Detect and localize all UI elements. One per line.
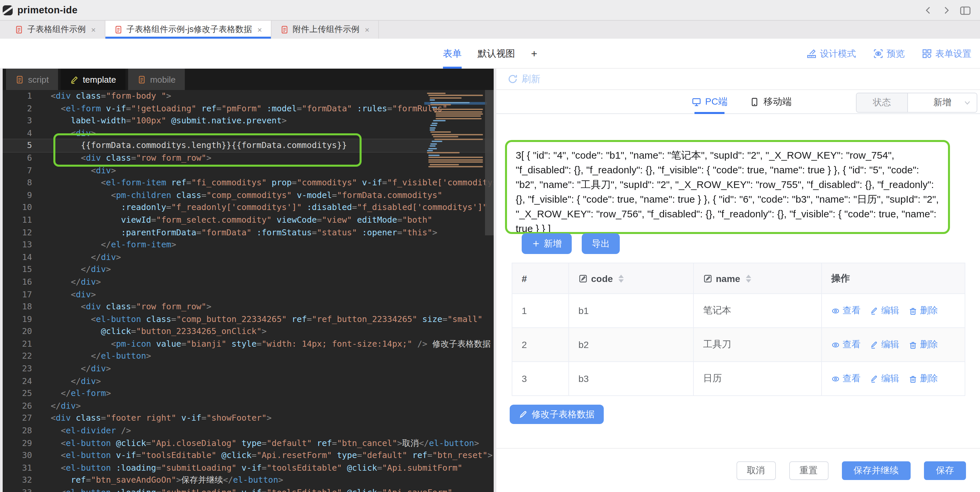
editor-tab-template[interactable]: template bbox=[61, 69, 126, 90]
column-header-name[interactable]: name bbox=[694, 263, 822, 294]
code-line-20: 20 @click="button_22334265_onClick"> bbox=[3, 326, 494, 338]
cell-code: b2 bbox=[569, 328, 694, 362]
row-action-delete[interactable]: 删除 bbox=[908, 305, 938, 317]
monitor-icon bbox=[692, 97, 701, 107]
add-view-button[interactable]: + bbox=[531, 39, 538, 69]
pen-icon bbox=[519, 409, 528, 419]
view-action-1[interactable]: 预览 bbox=[873, 48, 905, 60]
device-tab-0[interactable]: PC端 bbox=[692, 90, 727, 114]
cell-name: 工具刀 bbox=[694, 328, 822, 362]
column-header-code[interactable]: code bbox=[569, 263, 694, 294]
preview-panel: 刷新 PC端移动端 状态 新增 3[ { "id": "4", "code": … bbox=[496, 69, 980, 492]
editor-tab-mobile[interactable]: mobile bbox=[128, 69, 185, 90]
code-line-28: 28 <el-divider /> bbox=[3, 425, 494, 437]
file-tab-bar: 子表格组件示例×子表格组件示例-js修改子表格数据×附件上传组件示例× bbox=[0, 21, 980, 39]
add-row-button[interactable]: 新增 bbox=[522, 233, 572, 254]
view-eye-icon bbox=[831, 340, 840, 349]
delete-trash-icon bbox=[908, 340, 917, 349]
code-line-9: 9 <pm-children class="comp_commoditys" v… bbox=[3, 189, 494, 202]
code-editor-panel: scripttemplatemobile 1<div class="form-b… bbox=[3, 69, 494, 492]
delete-trash-icon bbox=[908, 306, 917, 315]
row-action-view[interactable]: 查看 bbox=[831, 339, 861, 351]
status-select[interactable]: 状态 新增 bbox=[856, 93, 977, 113]
edit-pen-icon bbox=[870, 306, 878, 315]
column-header-操作: 操作 bbox=[822, 263, 965, 294]
file-orange-icon bbox=[137, 75, 146, 84]
code-line-33: 33 <el-button :loading="submitLoading" v… bbox=[3, 487, 494, 492]
table-row-1: 1b1笔记本查看编辑删除 bbox=[512, 294, 965, 328]
design-mode-icon bbox=[807, 49, 816, 59]
code-line-27: 27<div class="footer right" v-if="showFo… bbox=[3, 412, 494, 425]
edit-pen-icon bbox=[870, 375, 878, 383]
view-action-2[interactable]: 表单设置 bbox=[922, 48, 971, 60]
sort-carets[interactable] bbox=[746, 275, 751, 283]
chevron-right-icon[interactable] bbox=[942, 6, 951, 15]
view-action-0[interactable]: 设计模式 bbox=[807, 48, 856, 60]
subtable-toolbar: 新增导出 bbox=[522, 233, 620, 254]
chevron-left-icon[interactable] bbox=[924, 6, 932, 15]
view-eye-icon bbox=[831, 375, 840, 383]
subtable: #codename操作1b1笔记本查看编辑删除2b2工具刀查看编辑删除3b3日历… bbox=[512, 263, 965, 396]
export-button[interactable]: 导出 bbox=[582, 233, 620, 254]
code-line-6: 6 <div class="row form_row"> bbox=[3, 152, 494, 164]
close-icon[interactable]: × bbox=[91, 25, 96, 34]
edit-cell-icon bbox=[703, 274, 713, 283]
row-action-edit[interactable]: 编辑 bbox=[870, 339, 899, 351]
row-action-delete[interactable]: 删除 bbox=[908, 373, 938, 385]
subtable-json-output: 3[ { "id": "4", "code": "b1", "name": "笔… bbox=[505, 140, 950, 234]
code-line-5: 5 {{formData.commoditys.length}}{{formDa… bbox=[3, 140, 494, 152]
plus-icon bbox=[532, 239, 540, 248]
close-icon[interactable]: × bbox=[257, 25, 262, 34]
cell-actions: 查看编辑删除 bbox=[822, 362, 965, 396]
phone-icon bbox=[750, 97, 759, 107]
code-line-24: 24 </div> bbox=[3, 375, 494, 387]
file-tab-0[interactable]: 子表格组件示例× bbox=[6, 21, 105, 39]
editor-tab-bar: scripttemplatemobile bbox=[3, 69, 494, 90]
code-line-15: 15 </div> bbox=[3, 263, 494, 276]
row-action-delete[interactable]: 删除 bbox=[908, 339, 938, 351]
file-tab-label: 子表格组件示例 bbox=[27, 24, 86, 35]
code-line-2: 2 <el-form v-if="!getLoading" ref="pmFor… bbox=[3, 102, 494, 115]
delete-trash-icon bbox=[908, 375, 917, 383]
title-bar: primeton-ide bbox=[0, 0, 980, 21]
row-action-edit[interactable]: 编辑 bbox=[870, 305, 899, 317]
cancel-button[interactable]: 取消 bbox=[736, 461, 776, 480]
save-and-continue-button[interactable]: 保存并继续 bbox=[842, 461, 911, 480]
sort-carets[interactable] bbox=[618, 275, 624, 283]
reset-button[interactable]: 重置 bbox=[789, 461, 828, 480]
view-nav-bar: 表单默认视图+ 设计模式预览表单设置 bbox=[0, 39, 980, 69]
row-action-edit[interactable]: 编辑 bbox=[870, 373, 899, 385]
modify-subtable-button[interactable]: 修改子表格数据 bbox=[510, 405, 603, 424]
row-action-view[interactable]: 查看 bbox=[831, 373, 861, 385]
file-tab-label: 子表格组件示例-js修改子表格数据 bbox=[126, 24, 252, 35]
row-action-view[interactable]: 查看 bbox=[831, 305, 861, 317]
file-red-icon bbox=[114, 25, 123, 34]
code-line-16: 16 </div> bbox=[3, 276, 494, 288]
app-title: primeton-ide bbox=[18, 5, 77, 15]
code-line-14: 14 </div> bbox=[3, 251, 494, 263]
refresh-button[interactable]: 刷新 bbox=[496, 69, 980, 90]
column-header-#: # bbox=[512, 263, 569, 294]
panel-layout-icon[interactable] bbox=[960, 6, 970, 15]
cell-actions: 查看编辑删除 bbox=[822, 328, 965, 362]
file-tab-2[interactable]: 附件上传组件示例× bbox=[271, 21, 379, 39]
file-tab-1[interactable]: 子表格组件示例-js修改子表格数据× bbox=[105, 21, 271, 39]
code-line-23: 23 </div> bbox=[3, 363, 494, 375]
file-red-icon bbox=[280, 25, 288, 34]
code-line-13: 13 </el-form-item> bbox=[3, 239, 494, 251]
save-button[interactable]: 保存 bbox=[924, 461, 966, 480]
editor-tab-script[interactable]: script bbox=[6, 69, 58, 90]
editor-scrollbar[interactable] bbox=[485, 90, 494, 235]
chevron-down-icon bbox=[963, 99, 971, 107]
close-icon[interactable]: × bbox=[364, 25, 369, 34]
editor-code-area[interactable]: 1<div class="form-body ">2 <el-form v-if… bbox=[3, 90, 494, 492]
code-line-17: 17 <div> bbox=[3, 288, 494, 301]
view-tab-1[interactable]: 默认视图 bbox=[478, 39, 515, 69]
code-line-18: 18 <div class="row form_row"> bbox=[3, 301, 494, 313]
device-tab-1[interactable]: 移动端 bbox=[750, 90, 792, 114]
code-line-31: 31 <el-button :loading="submitLoading" v… bbox=[3, 462, 494, 475]
form-footer: 取消重置保存并继续保存 bbox=[496, 448, 980, 492]
view-tab-0[interactable]: 表单 bbox=[443, 39, 461, 69]
preview-eye-icon bbox=[873, 49, 883, 59]
minimap[interactable] bbox=[427, 93, 484, 168]
